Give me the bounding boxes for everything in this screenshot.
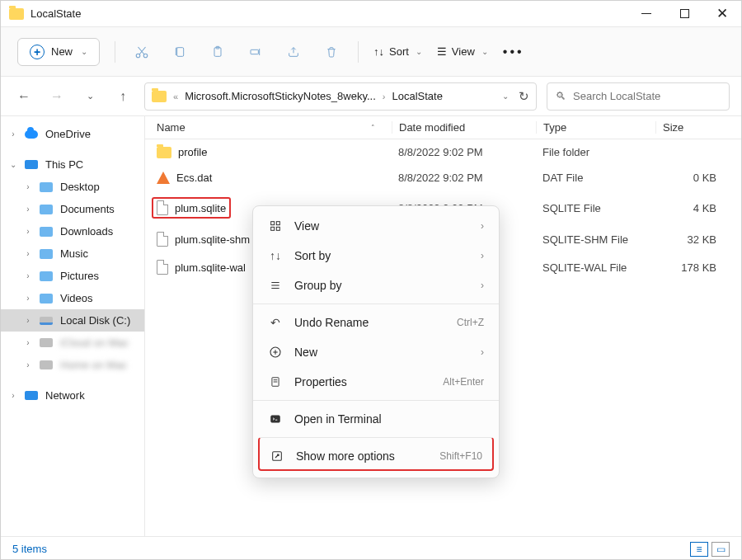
file-size: 32 KB [655,233,741,246]
svg-rect-7 [276,222,279,225]
sidebar-item-pictures[interactable]: ›Pictures [1,265,144,287]
up-button[interactable]: ↑ [111,85,134,108]
share-icon[interactable] [282,40,305,64]
chevron-right-icon: › [481,250,484,261]
undo-icon: ↶ [268,316,283,329]
file-type: SQLITE File [536,202,655,214]
ctx-sortby[interactable]: ↑↓ Sort by › [253,241,499,271]
drive-icon [40,360,53,369]
rename-icon[interactable] [244,40,267,64]
address-row: ← → ⌄ ↑ « Microsoft.MicrosoftStickyNotes… [1,77,741,116]
minimize-button[interactable] [627,1,665,27]
close-button[interactable]: ✕ [703,1,741,27]
sidebar-item-music[interactable]: ›Music [1,242,144,265]
view-label: View [452,45,475,58]
sidebar-item-blur2[interactable]: ›Home on Mac [1,354,144,376]
context-menu: View › ↑↓ Sort by › Group by › ↶ Undo Re… [252,205,500,478]
sidebar-label: Network [45,389,85,402]
sidebar-item-desktop[interactable]: ›Desktop [1,176,144,198]
file-size: 0 KB [655,172,741,184]
new-button-label: New [51,45,73,58]
navigation-pane: › OneDrive ⌄ This PC ›Desktop ›Documents… [1,116,145,536]
sort-button[interactable]: ↑↓ Sort ⌄ [373,45,422,58]
plus-icon: + [30,45,45,59]
tiles-view-button[interactable]: ▭ [711,542,730,557]
svg-rect-2 [177,47,184,56]
sidebar-item-videos[interactable]: ›Videos [1,287,144,309]
sort-label: Sort [389,45,409,58]
file-date: 8/8/2022 9:02 PM [392,146,536,158]
sidebar-item-downloads[interactable]: ›Downloads [1,220,144,242]
sidebar-item-blur1[interactable]: ›iCloud on Mac [1,332,144,354]
sidebar-label: Documents [60,203,115,215]
search-input[interactable] [573,90,721,102]
new-button[interactable]: + New ⌄ [17,38,100,66]
recent-button[interactable]: ⌄ [78,85,101,108]
chevron-right-icon[interactable]: › [9,129,17,139]
file-row[interactable]: Ecs.dat 8/8/2022 9:02 PM DAT File 0 KB [145,165,741,191]
ctx-groupby[interactable]: Group by › [253,271,499,300]
chevron-right-icon: › [481,280,484,291]
cut-icon[interactable] [130,40,153,64]
sidebar-label: Home on Mac [60,359,127,371]
cloud-icon [25,130,38,139]
chevron-down-icon[interactable]: ⌄ [9,160,17,169]
ctx-properties[interactable]: Properties Alt+Enter [253,367,499,397]
file-icon [157,260,168,275]
address-bar[interactable]: « Microsoft.MicrosoftStickyNotes_8weky..… [144,82,537,111]
file-size: 4 KB [655,202,741,214]
group-icon [268,280,283,291]
svg-rect-9 [276,227,279,230]
col-date-header[interactable]: Date modified [392,121,536,134]
sort-icon: ↑↓ [373,45,384,58]
status-bar: 5 items ≡ ▭ [1,536,741,560]
ctx-view[interactable]: View › [253,211,499,241]
history-dropdown-icon[interactable]: ⌄ [502,92,509,101]
folder-icon [40,182,53,192]
sidebar-item-localdisk[interactable]: ›Local Disk (C:) [1,309,144,332]
more-button[interactable]: ••• [503,45,524,59]
file-row[interactable]: profile 8/8/2022 9:02 PM File folder [145,139,741,165]
sort-icon: ↑↓ [268,249,283,262]
col-size-header[interactable]: Size [655,121,741,134]
refresh-button[interactable]: ↻ [519,89,529,104]
breadcrumb-seg2[interactable]: LocalState [392,90,442,102]
file-type: SQLITE-WAL File [536,261,655,274]
svg-rect-8 [271,227,275,230]
chevron-down-icon: ⌄ [81,47,87,56]
copy-icon[interactable] [168,40,191,64]
search-icon: 🔍︎ [556,90,566,102]
ctx-new[interactable]: New › [253,337,499,367]
forward-button[interactable]: → [45,85,68,108]
svg-rect-5 [251,49,258,54]
col-name-header[interactable]: Name˄ [157,121,392,134]
delete-icon[interactable] [320,40,343,64]
ctx-showmore[interactable]: Show more options Shift+F10 [258,437,494,471]
maximize-button[interactable] [665,1,703,27]
ctx-terminal[interactable]: Open in Terminal [253,400,499,434]
file-name: Ecs.dat [176,172,212,184]
disk-icon [40,317,53,325]
folder-icon [9,8,24,20]
sidebar-label: Music [60,247,88,260]
sidebar-item-documents[interactable]: ›Documents [1,198,144,220]
file-name: plum.sqlite [175,202,226,214]
sidebar-label: Videos [60,292,93,304]
details-view-button[interactable]: ≡ [690,542,708,557]
col-type-header[interactable]: Type [536,121,655,134]
paste-icon[interactable] [206,40,229,64]
sidebar-item-network[interactable]: ›Network [1,384,144,407]
breadcrumb-seg1[interactable]: Microsoft.MicrosoftStickyNotes_8weky... [185,90,376,102]
ctx-undo[interactable]: ↶ Undo Rename Ctrl+Z [253,304,499,337]
folder-icon [40,294,53,304]
sidebar-item-thispc[interactable]: ⌄ This PC [1,153,144,176]
sidebar-label: Downloads [60,225,113,238]
plus-circle-icon [268,346,283,359]
svg-rect-6 [271,222,275,225]
back-button[interactable]: ← [12,85,35,108]
sidebar-item-onedrive[interactable]: › OneDrive [1,123,144,145]
breadcrumb-sep: « [173,92,178,101]
search-box[interactable]: 🔍︎ [547,82,730,111]
file-name: plum.sqlite-wal [175,261,246,274]
view-button[interactable]: ☰ View ⌄ [437,45,488,58]
